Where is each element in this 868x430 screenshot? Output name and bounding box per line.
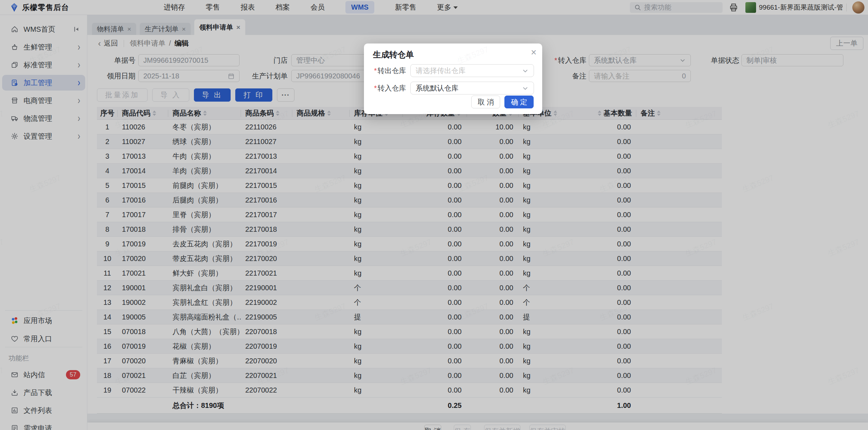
chevron-down-icon [522,67,529,74]
page: 乐檬零售后台 进销存零售报表档案会员WMS新零售更多 搜索功能 99661-新界… [0,0,868,430]
modal-ok-button[interactable]: 确 定 [504,96,534,108]
generate-transfer-modal: 生成转仓单 × *转出仓库 请选择传出仓库 *转入仓库 系统默认仓库 取 消 确… [364,43,542,114]
modal-cancel-button[interactable]: 取 消 [471,96,500,108]
modal-title: 生成转仓单 [373,49,414,60]
out-warehouse-select[interactable]: 请选择传出仓库 [410,64,534,77]
in-warehouse-select[interactable]: 系统默认仓库 [410,82,534,94]
in-warehouse-label: *转入仓库 [364,83,406,93]
out-warehouse-label: *转出仓库 [364,66,406,76]
close-icon[interactable]: × [531,48,536,57]
chevron-down-icon [522,85,529,92]
